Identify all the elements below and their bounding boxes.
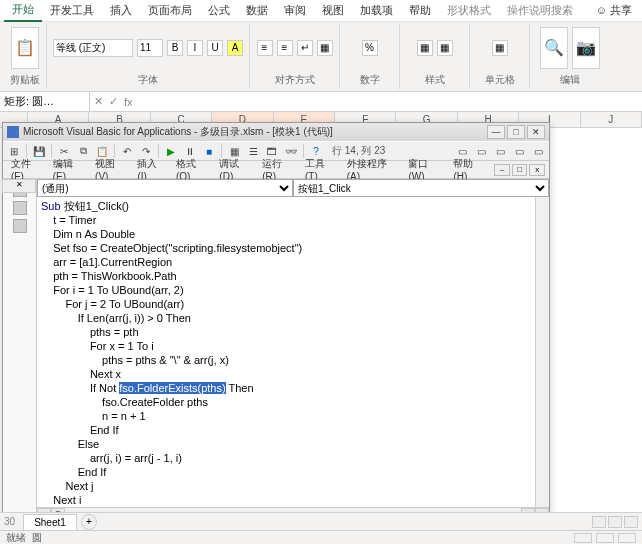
merge-button[interactable]: ▦: [317, 40, 333, 56]
object-dropdown[interactable]: (通用): [37, 179, 293, 197]
tab-layout[interactable]: 页面布局: [140, 0, 200, 21]
tab-addin[interactable]: 加载项: [352, 0, 401, 21]
bold-button[interactable]: B: [167, 40, 183, 56]
group-edit: 🔍 📷 编辑: [530, 24, 610, 89]
wrap-text-button[interactable]: ↵: [297, 40, 313, 56]
insert-cell-button[interactable]: ▦: [492, 40, 508, 56]
tb-extra5-icon[interactable]: ▭: [529, 143, 547, 159]
camera-button[interactable]: 📷: [572, 27, 600, 69]
sheet-hscroll[interactable]: [592, 516, 638, 528]
fill-color-button[interactable]: A: [227, 40, 243, 56]
view-layout-icon[interactable]: [596, 533, 614, 543]
sheet-tab-1[interactable]: Sheet1: [23, 514, 77, 530]
ribbon-tabs: 开始 开发工具 插入 页面布局 公式 数据 审阅 视图 加载项 帮助 形状格式 …: [0, 0, 642, 22]
formula-bar-row: 矩形: 圆… ✕ ✓ fx: [0, 92, 642, 112]
vba-close-button[interactable]: ✕: [527, 125, 545, 139]
align-top-icon[interactable]: ≡: [257, 40, 273, 56]
font-name-dropdown[interactable]: [53, 39, 133, 57]
vba-max-button[interactable]: □: [507, 125, 525, 139]
code-editor[interactable]: Sub 按钮1_Click() t = Timer Dim n As Doubl…: [37, 197, 549, 507]
group-style: ▦▦ 样式: [400, 24, 470, 89]
vba-menubar: 文件(F) 编辑(E) 视图(V) 插入(I) 格式(O) 调试(D) 运行(R…: [3, 161, 549, 179]
project-explorer[interactable]: ✕: [3, 179, 37, 521]
cond-format-button[interactable]: ▦: [417, 40, 433, 56]
group-align: ≡ ≡ ↵ ▦ 对齐方式: [250, 24, 340, 89]
group-number: % 数字: [340, 24, 400, 89]
group-cells: ▦ 单元格: [470, 24, 530, 89]
add-sheet-button[interactable]: +: [81, 514, 97, 530]
paste-button[interactable]: 📋: [11, 27, 39, 69]
tab-insert[interactable]: 插入: [102, 0, 140, 21]
group-font-label: 字体: [138, 71, 158, 89]
group-clipboard-label: 剪贴板: [10, 71, 40, 89]
tab-view[interactable]: 视图: [314, 0, 352, 21]
vba-window: Microsoft Visual Basic for Applications …: [2, 122, 550, 522]
project-node-icon[interactable]: [13, 219, 27, 233]
cell-style-button[interactable]: ▦: [437, 40, 453, 56]
vba-min-button[interactable]: —: [487, 125, 505, 139]
tab-shapefmt[interactable]: 形状格式: [439, 0, 499, 21]
tab-data[interactable]: 数据: [238, 0, 276, 21]
code-min-button[interactable]: –: [494, 164, 510, 176]
tb-extra3-icon[interactable]: ▭: [491, 143, 509, 159]
view-break-icon[interactable]: [618, 533, 636, 543]
group-font: B I U A 字体: [47, 24, 250, 89]
underline-button[interactable]: U: [207, 40, 223, 56]
find-button[interactable]: 🔍: [540, 27, 568, 69]
code-max-button[interactable]: □: [512, 164, 528, 176]
group-align-label: 对齐方式: [275, 71, 315, 89]
status-bar: 就绪 圆: [0, 530, 642, 544]
code-pane: (通用) 按钮1_Click Sub 按钮1_Click() t = Timer…: [37, 179, 549, 521]
number-format-dropdown[interactable]: %: [362, 40, 378, 56]
share-button[interactable]: ☺ 共享: [590, 0, 638, 21]
enter-icon[interactable]: ✓: [109, 95, 118, 108]
vscrollbar[interactable]: [535, 197, 549, 507]
project-tab[interactable]: ✕: [2, 179, 36, 193]
project-node-icon[interactable]: [13, 201, 27, 215]
tab-dev[interactable]: 开发工具: [42, 0, 102, 21]
name-box[interactable]: 矩形: 圆…: [0, 92, 90, 111]
group-edit-label: 编辑: [560, 71, 580, 89]
italic-button[interactable]: I: [187, 40, 203, 56]
col-J[interactable]: J: [581, 112, 642, 127]
status-ready: 就绪: [6, 531, 26, 545]
group-number-label: 数字: [360, 71, 380, 89]
group-style-label: 样式: [425, 71, 445, 89]
tab-start[interactable]: 开始: [4, 0, 42, 22]
fx-icon[interactable]: fx: [124, 96, 133, 108]
group-clipboard: 📋 剪贴板: [4, 24, 47, 89]
font-size-dropdown[interactable]: [137, 39, 163, 57]
tb-extra4-icon[interactable]: ▭: [510, 143, 528, 159]
group-cells-label: 单元格: [485, 71, 515, 89]
vba-titlebar[interactable]: Microsoft Visual Basic for Applications …: [3, 123, 549, 141]
cancel-icon[interactable]: ✕: [94, 95, 103, 108]
status-mode: 圆: [32, 531, 42, 545]
tab-tellme[interactable]: 操作说明搜索: [499, 0, 581, 21]
sheet-tabs: 30 Sheet1 +: [0, 512, 642, 530]
ribbon-body: 📋 剪贴板 B I U A 字体 ≡ ≡ ↵ ▦ 对齐方式 % 数字 ▦▦ 样式…: [0, 22, 642, 92]
code-close-button[interactable]: x: [529, 164, 545, 176]
tab-formula[interactable]: 公式: [200, 0, 238, 21]
tab-help[interactable]: 帮助: [401, 0, 439, 21]
vba-title-text: Microsoft Visual Basic for Applications …: [23, 125, 333, 139]
align-mid-icon[interactable]: ≡: [277, 40, 293, 56]
tab-review[interactable]: 审阅: [276, 0, 314, 21]
procedure-dropdown[interactable]: 按钮1_Click: [293, 179, 549, 197]
vba-app-icon: [7, 126, 19, 138]
view-normal-icon[interactable]: [574, 533, 592, 543]
